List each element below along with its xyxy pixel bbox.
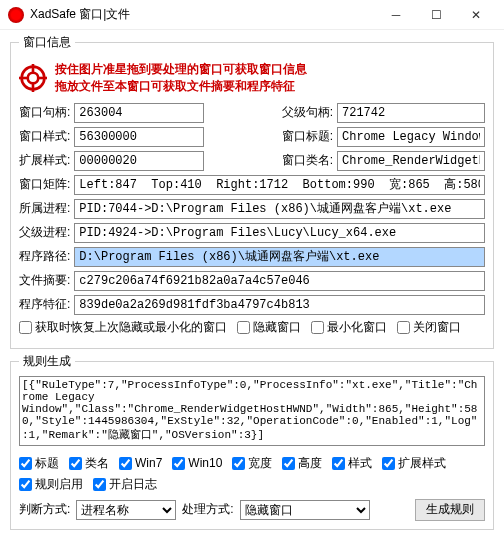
pproc-input[interactable] xyxy=(74,223,485,243)
generate-rule-button[interactable]: 生成规则 xyxy=(415,499,485,521)
parent-label: 父级句柄: xyxy=(282,104,333,121)
rect-input[interactable] xyxy=(74,175,485,195)
chk-log[interactable]: 开启日志 xyxy=(93,476,157,493)
digest-label: 文件摘要: xyxy=(19,272,70,289)
chk-width[interactable]: 宽度 xyxy=(232,455,272,472)
minimize-button[interactable]: ─ xyxy=(376,1,416,29)
chk-title[interactable]: 标题 xyxy=(19,455,59,472)
style-input[interactable] xyxy=(74,127,204,147)
close-check[interactable]: 关闭窗口 xyxy=(397,319,461,336)
handle-label: 窗口句柄: xyxy=(19,104,70,121)
class-label: 窗口类名: xyxy=(282,152,333,169)
digest-input[interactable] xyxy=(74,271,485,291)
window-title: XadSafe 窗口|文件 xyxy=(30,6,376,23)
chk-class[interactable]: 类名 xyxy=(69,455,109,472)
window-info-legend: 窗口信息 xyxy=(19,34,75,51)
chk-win7[interactable]: Win7 xyxy=(119,456,162,470)
exstyle-input[interactable] xyxy=(74,151,204,171)
proc-label: 所属进程: xyxy=(19,200,70,217)
chk-enable[interactable]: 规则启用 xyxy=(19,476,83,493)
pmode-select[interactable]: 进程名称 xyxy=(76,500,176,520)
rect-label: 窗口矩阵: xyxy=(19,176,70,193)
title-input[interactable] xyxy=(337,127,485,147)
svg-point-1 xyxy=(28,73,39,84)
exstyle-label: 扩展样式: xyxy=(19,152,70,169)
rule-gen-legend: 规则生成 xyxy=(19,353,75,370)
path-label: 程序路径: xyxy=(19,248,70,265)
maximize-button[interactable]: ☐ xyxy=(416,1,456,29)
class-input[interactable] xyxy=(337,151,485,171)
chk-win10[interactable]: Win10 xyxy=(172,456,222,470)
chk-style[interactable]: 样式 xyxy=(332,455,372,472)
hint-text: 按住图片准星拖到要处理的窗口可获取窗口信息 拖放文件至本窗口可获取文件摘要和程序… xyxy=(55,61,307,95)
title-label: 窗口标题: xyxy=(282,128,333,145)
path-input[interactable] xyxy=(74,247,485,267)
restore-check[interactable]: 获取时恢复上次隐藏或最小化的窗口 xyxy=(19,319,227,336)
crosshair-icon[interactable] xyxy=(19,64,47,92)
pproc-label: 父级进程: xyxy=(19,224,70,241)
app-icon xyxy=(8,7,24,23)
hmode-label: 处理方式: xyxy=(182,501,233,518)
hide-check[interactable]: 隐藏窗口 xyxy=(237,319,301,336)
proc-input[interactable] xyxy=(74,199,485,219)
chk-exstyle[interactable]: 扩展样式 xyxy=(382,455,446,472)
hmode-select[interactable]: 隐藏窗口 xyxy=(240,500,370,520)
titlebar: XadSafe 窗口|文件 ─ ☐ ✕ xyxy=(0,0,504,30)
rule-json-textarea[interactable] xyxy=(19,376,485,446)
parent-input[interactable] xyxy=(337,103,485,123)
handle-input[interactable] xyxy=(74,103,204,123)
sig-label: 程序特征: xyxy=(19,296,70,313)
style-label: 窗口样式: xyxy=(19,128,70,145)
close-button[interactable]: ✕ xyxy=(456,1,496,29)
rule-gen-group: 规则生成 标题 类名 Win7 Win10 宽度 高度 样式 扩展样式 规则启用… xyxy=(10,353,494,530)
chk-height[interactable]: 高度 xyxy=(282,455,322,472)
min-check[interactable]: 最小化窗口 xyxy=(311,319,387,336)
sig-input[interactable] xyxy=(74,295,485,315)
window-info-group: 窗口信息 按住图片准星拖到要处理的窗口可获取窗口信息 拖放文件至本窗口可获取文件… xyxy=(10,34,494,349)
pmode-label: 判断方式: xyxy=(19,501,70,518)
